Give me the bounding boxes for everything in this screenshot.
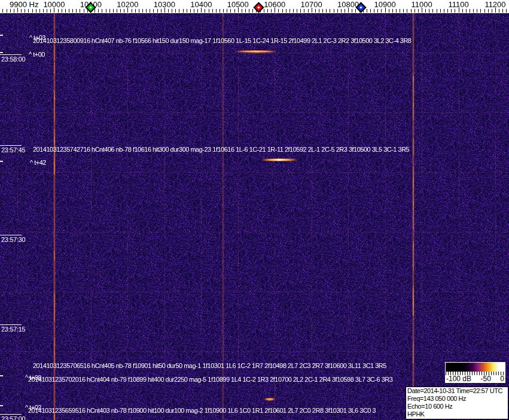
freq-axis-tick [212, 9, 213, 13]
detection-notch [0, 35, 3, 36]
freq-axis-tick [345, 9, 345, 13]
freq-axis-tick [312, 8, 312, 13]
freq-axis-tick [17, 8, 18, 13]
freq-axis-tick [106, 9, 106, 13]
freq-axis-tick [492, 9, 492, 13]
freq-axis-tick [502, 9, 503, 13]
time-offset-annotation: ^ t+03 [29, 34, 45, 41]
time-offset-annotation: ^ t+08 [25, 374, 41, 381]
freq-axis-tick [315, 9, 316, 13]
time-axis-label: 23:57:15 [1, 326, 25, 333]
freq-axis-tick [437, 9, 437, 13]
freq-axis-tick [69, 9, 69, 13]
freq-axis-tick [62, 9, 62, 13]
freq-axis-tick [293, 9, 294, 13]
time-offset-annotation: ^ t+00 [29, 51, 45, 58]
time-axis-tick [0, 324, 22, 325]
freq-axis-tick [282, 9, 283, 13]
freq-axis-tick [245, 9, 246, 13]
freq-axis-tick [451, 9, 452, 13]
freq-axis-tick [95, 9, 95, 13]
freq-axis-tick [447, 9, 448, 13]
freq-axis-tick [194, 9, 194, 13]
colorbar-labels: -100 dB -50 0 [446, 375, 505, 383]
freq-axis-tick [480, 9, 481, 13]
freq-axis-tick [495, 8, 496, 13]
freq-axis-tick [367, 9, 367, 13]
freq-axis-tick [425, 9, 426, 13]
freq-axis-tick [355, 9, 356, 13]
freq-axis-tick [484, 9, 485, 13]
freq-axis-tick [462, 9, 463, 13]
freq-axis-tick [418, 9, 419, 13]
freq-axis-tick [466, 9, 467, 13]
freq-axis-tick [249, 9, 249, 13]
freq-axis-tick [54, 8, 54, 13]
time-axis-tick [0, 54, 22, 55]
detection-log-line: 20141031235800916 hCnt407 nb-76 f10566 h… [33, 37, 412, 44]
freq-axis-tick [205, 9, 205, 13]
freq-axis-tick [120, 9, 121, 13]
colorbar-gradient [446, 363, 505, 372]
freq-axis-tick [117, 9, 117, 13]
freq-axis-tick [2, 9, 3, 13]
time-axis-label: 23:57:30 [1, 236, 25, 243]
detection-notch [0, 161, 3, 162]
freq-axis-tick [21, 9, 22, 13]
freq-axis-tick [400, 9, 400, 13]
freq-axis-tick [326, 9, 327, 13]
freq-axis-tick [499, 9, 499, 13]
freq-axis-tick [297, 9, 297, 13]
freq-axis-tick [374, 9, 374, 13]
freq-axis-tick [187, 9, 187, 13]
freq-axis-tick [227, 9, 227, 13]
freq-axis-tick [407, 9, 407, 13]
time-axis-label: 23:57:00 [1, 415, 25, 420]
freq-axis-tick [36, 9, 36, 13]
freq-axis-tick [142, 9, 143, 13]
detection-log-line: 20141031235706516 hCnt405 nb-78 f10901 h… [33, 362, 386, 369]
freq-axis-tick [197, 9, 198, 13]
spectrogram-waterfall[interactable] [0, 13, 509, 420]
freq-axis-tick [98, 9, 99, 13]
detection-log-line: 20141031235659516 hCnt403 nb-78 f10900 h… [28, 407, 376, 414]
freq-axis-tick [39, 9, 40, 13]
freq-axis-tick [124, 9, 124, 13]
freq-axis-tick [337, 9, 338, 13]
freq-axis-tick [150, 9, 150, 13]
time-axis-tick [0, 145, 22, 146]
freq-axis-tick [473, 9, 474, 13]
detection-log-line: 20141031235742716 hCnt406 nb-78 f10616 h… [33, 146, 409, 153]
freq-axis-tick [102, 9, 102, 13]
time-offset-annotation: ^ t+42 [30, 159, 46, 166]
freq-axis-tick [459, 8, 459, 13]
colorbar-label-mid: -50 [481, 375, 491, 383]
freq-axis-tick [396, 9, 397, 13]
spectrum-app-window: 9900 Hz100001010010200103001040010500106… [0, 0, 509, 420]
freq-axis-tick [220, 9, 220, 13]
freq-axis-tick [422, 8, 422, 13]
freq-axis-tick [477, 9, 477, 13]
freq-axis-tick [377, 9, 378, 13]
freq-axis-tick [411, 9, 412, 13]
freq-axis-tick [341, 9, 342, 13]
freq-axis-tick [183, 9, 184, 13]
freq-axis-tick [135, 9, 136, 13]
detection-notch [0, 375, 3, 376]
freq-axis-tick [230, 9, 231, 13]
freq-axis-tick [7, 9, 7, 13]
freq-axis-tick [322, 9, 323, 13]
time-axis-label: 23:58:00 [1, 56, 25, 63]
freq-axis-tick [172, 9, 172, 13]
freq-axis-tick [43, 9, 44, 13]
freq-axis-tick [429, 9, 429, 13]
freq-axis-tick [32, 9, 33, 13]
freq-axis-tick [470, 9, 470, 13]
freq-axis-tick [201, 8, 202, 13]
info-station-id: HPHK [407, 410, 507, 418]
freq-axis-tick [271, 9, 272, 13]
freq-axis-tick [275, 8, 275, 13]
freq-axis-tick [190, 9, 191, 13]
freq-axis-tick [223, 9, 224, 13]
freq-axis-tick [127, 8, 128, 13]
